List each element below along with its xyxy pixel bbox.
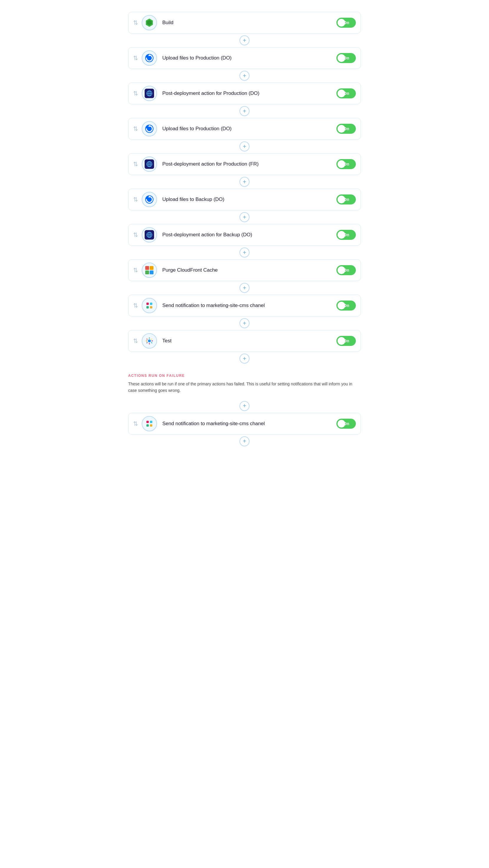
step-icon-gear (142, 333, 157, 348)
step-label: Test (162, 338, 336, 344)
step-toggle[interactable]: On (336, 18, 356, 28)
step-row-purge-cloudfront: Purge CloudFront CacheOn (128, 259, 361, 281)
svg-rect-34 (146, 424, 149, 427)
step-row-build: BuildOn (128, 12, 361, 34)
step-icon-slack (142, 298, 157, 313)
step-row-upload-prod-do-2: Upload files to Production (DO)On (128, 118, 361, 140)
step-toggle[interactable]: On (336, 194, 356, 205)
toggle-label: On (344, 232, 349, 237)
add-connector-final: + (239, 353, 250, 364)
step-row-test: TestOn (128, 330, 361, 352)
add-step-button[interactable]: + (239, 248, 250, 257)
step-icon-deploy (142, 86, 157, 101)
drag-handle[interactable] (133, 421, 138, 427)
step-row-upload-prod-do-1: Upload files to Production (DO)On (128, 47, 361, 69)
toggle-label: On (344, 268, 349, 273)
step-icon-slack (142, 416, 157, 431)
drag-handle[interactable] (133, 267, 138, 273)
toggle-label: On (344, 91, 349, 96)
step-toggle[interactable]: On (336, 124, 356, 134)
toggle-label: On (344, 421, 349, 426)
add-connector: + (239, 177, 250, 187)
toggle-label: On (344, 20, 349, 25)
drag-handle[interactable] (133, 126, 138, 132)
add-step-button-failure-pre[interactable]: + (239, 401, 250, 411)
add-connector: + (239, 35, 250, 45)
step-toggle[interactable]: On (336, 301, 356, 311)
svg-rect-25 (145, 271, 149, 274)
step-toggle[interactable]: On (336, 159, 356, 169)
step-label: Purge CloudFront Cache (162, 267, 336, 273)
svg-rect-33 (150, 421, 152, 423)
failure-section: ACTIONS RUN ON FAILURE These actions wil… (128, 365, 361, 448)
step-icon-do (142, 121, 157, 136)
drag-handle[interactable] (133, 338, 138, 344)
step-label: Upload files to Backup (DO) (162, 196, 336, 203)
svg-rect-23 (145, 266, 149, 270)
add-step-button[interactable]: + (239, 318, 250, 328)
step-toggle[interactable]: On (336, 419, 356, 429)
drag-handle[interactable] (133, 232, 138, 238)
add-step-button-failure-final[interactable]: + (239, 436, 250, 446)
failure-section-desc: These actions will be run if one of the … (128, 381, 361, 394)
add-connector-failure-final: + (239, 436, 250, 446)
add-step-button[interactable]: + (239, 142, 250, 151)
step-row-post-deploy-prod-do-1: Post-deployment action for Production (D… (128, 83, 361, 104)
step-label: Send notification to marketing-site-cms … (162, 421, 336, 427)
svg-rect-29 (146, 306, 149, 309)
failure-section-title: ACTIONS RUN ON FAILURE (128, 374, 185, 378)
drag-handle[interactable] (133, 196, 138, 203)
step-toggle[interactable]: On (336, 53, 356, 63)
step-label: Post-deployment action for Backup (DO) (162, 232, 336, 238)
step-toggle[interactable]: On (336, 230, 356, 240)
pipeline-container: BuildOn+ Upload files to Production (DO)… (128, 12, 361, 448)
step-icon-deploy (142, 156, 157, 172)
toggle-label: On (344, 162, 349, 166)
step-icon-deploy (142, 227, 157, 243)
step-row-notify-slack-main: Send notification to marketing-site-cms … (128, 294, 361, 316)
step-row-post-deploy-backup-do: Post-deployment action for Backup (DO)On (128, 224, 361, 246)
add-step-button[interactable]: + (239, 35, 250, 45)
svg-rect-24 (150, 266, 154, 270)
add-step-button[interactable]: + (239, 106, 250, 116)
step-icon-do (142, 51, 157, 66)
add-connector: + (239, 248, 250, 257)
drag-handle[interactable] (133, 55, 138, 61)
add-connector: + (239, 318, 250, 328)
add-connector: + (239, 106, 250, 116)
svg-rect-27 (146, 303, 149, 305)
toggle-label: On (344, 303, 349, 308)
drag-handle[interactable] (133, 161, 138, 167)
add-connector: + (239, 212, 250, 222)
svg-rect-26 (150, 271, 154, 274)
step-icon-do (142, 192, 157, 207)
step-row-notify-slack-failure: Send notification to marketing-site-cms … (128, 413, 361, 435)
step-toggle[interactable]: On (336, 265, 356, 275)
add-step-button[interactable]: + (239, 71, 250, 81)
step-toggle[interactable]: On (336, 88, 356, 98)
step-icon-aws (142, 262, 157, 278)
drag-handle[interactable] (133, 20, 138, 26)
step-label: Send notification to marketing-site-cms … (162, 303, 336, 309)
failure-steps: + Send notification to marketing-site-cm… (128, 399, 361, 448)
add-step-button[interactable]: + (239, 177, 250, 187)
add-connector: + (239, 71, 250, 81)
drag-handle[interactable] (133, 90, 138, 96)
step-toggle[interactable]: On (336, 336, 356, 346)
add-step-button[interactable]: + (239, 212, 250, 222)
toggle-label: On (344, 56, 349, 60)
toggle-label: On (344, 197, 349, 202)
svg-rect-30 (150, 306, 152, 309)
step-label: Post-deployment action for Production (D… (162, 90, 336, 96)
svg-rect-32 (146, 421, 149, 423)
add-connector: + (239, 142, 250, 151)
add-step-button-final[interactable]: + (239, 353, 250, 364)
add-connector: + (239, 283, 250, 293)
step-row-post-deploy-prod-fr: Post-deployment action for Production (F… (128, 153, 361, 175)
toggle-label: On (344, 126, 349, 131)
step-icon-build (142, 15, 157, 30)
step-row-upload-backup-do: Upload files to Backup (DO)On (128, 189, 361, 210)
drag-handle[interactable] (133, 303, 138, 309)
step-label: Post-deployment action for Production (F… (162, 161, 336, 167)
add-step-button[interactable]: + (239, 283, 250, 293)
